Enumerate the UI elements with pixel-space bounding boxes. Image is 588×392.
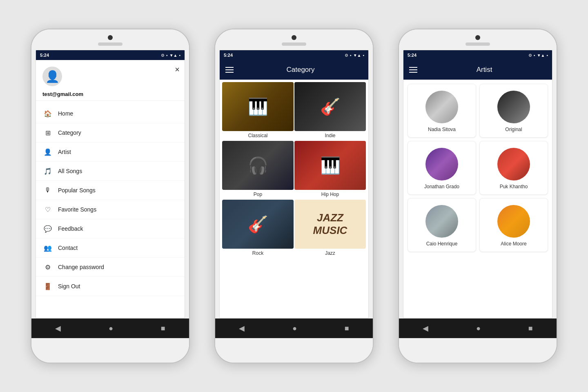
phone-3-body: 5:24 ⚙ ▪ ▼▲ ▪ Artist Nadia SitovaOrigina… bbox=[403, 50, 552, 318]
menu-item-popularsongs[interactable]: 🎙 Popular Songs bbox=[36, 181, 185, 200]
category-image-jazz: JAZZMUSIC bbox=[294, 200, 366, 249]
artist-card-original[interactable]: Original bbox=[479, 84, 548, 138]
category-content: ClassicalIndiePopHip HopRockJAZZMUSICJaz… bbox=[220, 80, 368, 318]
close-button[interactable]: × bbox=[175, 65, 180, 74]
home-button-1[interactable]: ● bbox=[109, 324, 113, 333]
back-button-2[interactable]: ◀ bbox=[239, 324, 245, 333]
artist-name-alice: Alice Moore bbox=[501, 241, 526, 247]
artist-avatar-puk bbox=[497, 148, 530, 180]
menu-label-popularsongs: Popular Songs bbox=[58, 187, 96, 194]
menu-item-changepassword[interactable]: ⚙ Change password bbox=[36, 258, 185, 277]
artist-grid: Nadia SitovaOriginalJonathan GradoPuk Kh… bbox=[403, 80, 552, 256]
hamburger-button-2[interactable] bbox=[225, 67, 234, 73]
battery-icon-2: ▪ bbox=[350, 53, 352, 58]
phone-1-body: 5:24 ⚙ ▪ ▼▲ ▪ 👤 test@gmail.com × bbox=[36, 50, 185, 318]
battery-icon-3: ▪ bbox=[534, 53, 535, 58]
status-time-2: 5:24 bbox=[224, 53, 233, 58]
user-avatar: 👤 bbox=[42, 67, 62, 86]
phone-2-top bbox=[215, 29, 373, 50]
app-bar-title-2: Category bbox=[238, 66, 363, 74]
menu-icon-signout: 🚪 bbox=[43, 282, 52, 291]
category-image-indie bbox=[294, 82, 366, 131]
menu-item-home[interactable]: 🏠 Home bbox=[36, 104, 185, 123]
category-cell-indie[interactable]: Indie bbox=[294, 82, 366, 140]
phone-3: 5:24 ⚙ ▪ ▼▲ ▪ Artist Nadia SitovaOrigina… bbox=[398, 29, 557, 363]
menu-label-favoritesongs: Favorite Songs bbox=[58, 206, 96, 213]
phone-2-body: 5:24 ⚙ ▪ ▼▲ ▪ Category ClassicalIndiePop… bbox=[219, 50, 369, 318]
nav-bar-1: ◀ ● ■ bbox=[31, 318, 189, 338]
category-image-rock bbox=[222, 200, 294, 249]
recent-button-1[interactable]: ■ bbox=[161, 324, 165, 333]
category-image-pop bbox=[222, 141, 294, 190]
phone-3-top bbox=[399, 29, 557, 50]
artist-card-puk[interactable]: Puk Khantho bbox=[479, 141, 548, 195]
back-button-3[interactable]: ◀ bbox=[423, 324, 428, 333]
phone-1-top bbox=[31, 29, 189, 50]
home-button-2[interactable]: ● bbox=[292, 324, 297, 333]
gear-icon-1: ⚙ bbox=[161, 53, 165, 58]
artist-card-jonathan[interactable]: Jonathan Grado bbox=[408, 141, 476, 195]
category-image-classical bbox=[222, 82, 294, 131]
menu-item-signout[interactable]: 🚪 Sign Out bbox=[36, 277, 185, 296]
menu-item-artist[interactable]: 👤 Artist bbox=[36, 143, 185, 162]
category-cell-pop[interactable]: Pop bbox=[222, 141, 294, 199]
category-cell-hiphop[interactable]: Hip Hop bbox=[294, 141, 366, 199]
app-bar-3: Artist bbox=[403, 60, 552, 80]
menu-item-contact[interactable]: 👥 Contact bbox=[36, 238, 185, 258]
category-cell-jazz[interactable]: JAZZMUSICJazz bbox=[294, 200, 366, 258]
gear-icon-3: ⚙ bbox=[528, 53, 532, 58]
artist-card-nadia[interactable]: Nadia Sitova bbox=[408, 84, 476, 138]
status-bar-3: 5:24 ⚙ ▪ ▼▲ ▪ bbox=[403, 50, 552, 60]
menu-label-contact: Contact bbox=[58, 245, 78, 251]
phone-2: 5:24 ⚙ ▪ ▼▲ ▪ Category ClassicalIndiePop… bbox=[214, 29, 374, 363]
phone-2-bottom bbox=[215, 338, 373, 363]
menu-label-category: Category bbox=[58, 129, 81, 136]
menu-item-allsongs[interactable]: 🎵 All Songs bbox=[36, 162, 185, 181]
menu-item-category[interactable]: ⊞ Category bbox=[36, 123, 185, 143]
app-bar-2: Category bbox=[220, 60, 368, 80]
artist-card-caio[interactable]: Caio Henrique bbox=[408, 198, 476, 252]
category-cell-classical[interactable]: Classical bbox=[222, 82, 294, 140]
menu-icon-changepassword: ⚙ bbox=[43, 263, 52, 272]
status-icons-3: ⚙ ▪ ▼▲ ▪ bbox=[528, 53, 548, 58]
speaker-3 bbox=[466, 42, 490, 46]
artist-card-alice[interactable]: Alice Moore bbox=[479, 198, 548, 252]
menu-list: 🏠 Home ⊞ Category 👤 Artist 🎵 All Songs 🎙… bbox=[36, 101, 185, 299]
recent-button-3[interactable]: ■ bbox=[528, 324, 533, 333]
gear-icon-2: ⚙ bbox=[345, 53, 348, 58]
artist-avatar-nadia bbox=[425, 91, 458, 123]
avatar-icon: 👤 bbox=[45, 70, 60, 83]
category-cell-rock[interactable]: Rock bbox=[222, 200, 294, 258]
camera-3 bbox=[475, 35, 480, 40]
menu-label-feedback: Feedback bbox=[58, 225, 83, 232]
speaker-2 bbox=[282, 42, 306, 46]
battery-icon-1: ▪ bbox=[166, 53, 168, 58]
menu-label-signout: Sign Out bbox=[58, 283, 80, 290]
menu-item-favoritesongs[interactable]: ♡ Favorite Songs bbox=[36, 200, 185, 219]
app-bar-title-3: Artist bbox=[422, 66, 546, 74]
menu-icon-popularsongs: 🎙 bbox=[43, 186, 52, 195]
category-grid: ClassicalIndiePopHip HopRockJAZZMUSICJaz… bbox=[220, 80, 368, 260]
artist-name-nadia: Nadia Sitova bbox=[428, 127, 456, 132]
camera-2 bbox=[292, 35, 296, 40]
wifi-icon-2: ▪ bbox=[363, 53, 364, 58]
artist-avatar-caio bbox=[425, 205, 458, 238]
menu-item-feedback[interactable]: 💬 Feedback bbox=[36, 219, 185, 238]
status-bar-2: 5:24 ⚙ ▪ ▼▲ ▪ bbox=[220, 50, 368, 60]
category-label-pop: Pop bbox=[222, 192, 294, 199]
menu-icon-feedback: 💬 bbox=[43, 224, 52, 233]
hamburger-button-3[interactable] bbox=[409, 67, 417, 73]
back-button-1[interactable]: ◀ bbox=[55, 324, 61, 333]
artist-name-original: Original bbox=[505, 127, 522, 132]
category-image-hiphop bbox=[294, 141, 366, 190]
recent-button-2[interactable]: ■ bbox=[345, 324, 349, 333]
home-button-3[interactable]: ● bbox=[476, 324, 481, 333]
menu-icon-artist: 👤 bbox=[43, 147, 52, 156]
signal-icon-1: ▼▲ bbox=[169, 53, 178, 58]
phone-3-bottom bbox=[399, 338, 557, 363]
menu-icon-contact: 👥 bbox=[43, 243, 52, 252]
wifi-icon-1: ▪ bbox=[179, 53, 180, 58]
menu-label-home: Home bbox=[58, 110, 73, 117]
user-email: test@gmail.com bbox=[42, 91, 83, 97]
artist-avatar-original bbox=[497, 91, 530, 123]
